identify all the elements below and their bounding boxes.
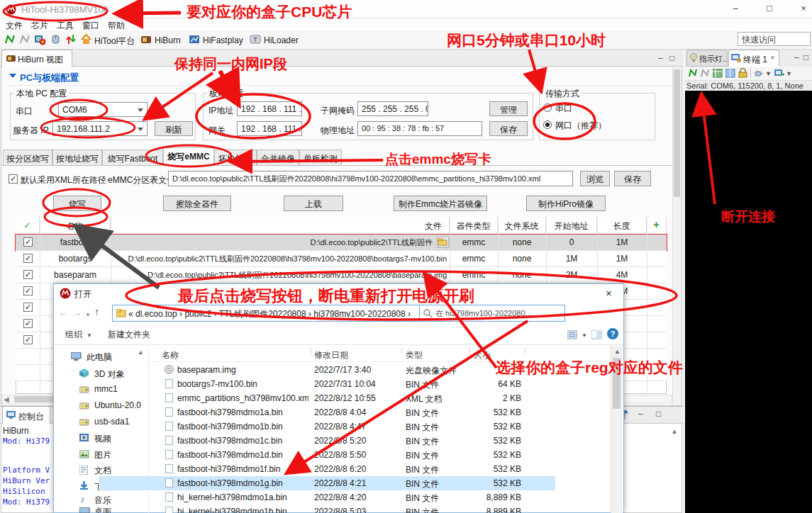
hifastplay-icon[interactable] [189, 34, 200, 45]
panel-maximize-icon[interactable]: □ [656, 409, 661, 419]
row-checkbox[interactable] [23, 270, 33, 279]
board-config-icon[interactable] [34, 33, 46, 45]
terminal-screen[interactable] [685, 91, 812, 513]
chevron-down-icon[interactable]: ▼ [582, 332, 587, 339]
back-icon[interactable]: ← [58, 307, 68, 318]
menu-file[interactable]: 文件 [6, 20, 23, 32]
panel-minimize-icon[interactable]: – [638, 409, 643, 419]
file-row[interactable]: hi_kernel-hi3798mdmo1a.bin 2022/8/8 4:20… [99, 490, 555, 504]
connect-icon[interactable] [4, 34, 16, 45]
tab-burn-emmc[interactable]: 烧写eMMC [163, 147, 214, 166]
hitool-platform-button[interactable]: HiTool平台 [94, 35, 135, 47]
menu-window[interactable]: 窗口 [82, 20, 99, 32]
hiloader-icon[interactable]: T [250, 34, 261, 45]
ip-input[interactable]: 192 . 168 . 111 . 0 [237, 101, 302, 116]
use-xml-path-checkbox[interactable] [9, 174, 18, 184]
breadcrumb[interactable]: « dl.ecoo.top › public2 › TTL线刷固件2022080… [112, 305, 447, 322]
file-row[interactable]: fastboot-hi3798mdmo1a.bin 2022/8/8 4:04 … [99, 405, 555, 419]
table-row[interactable]: fastboot D:\dl.ecoo.top\public2\TTL线刷固件 … [16, 235, 667, 251]
view-minimize-icon[interactable]: – [658, 53, 663, 63]
chevron-down-icon[interactable]: ▼ [85, 312, 91, 318]
scroll-lock-icon[interactable] [738, 68, 747, 78]
help-icon[interactable]: ? [607, 328, 618, 339]
row-checkbox[interactable] [23, 286, 33, 295]
file-row[interactable]: baseparam.img 2022/7/17 3:40 光盘映像文件 [99, 363, 555, 377]
hiburn-icon[interactable] [140, 34, 152, 45]
row-checkbox[interactable] [23, 319, 33, 328]
scroll-up-icon[interactable]: ▲ [614, 348, 621, 355]
hiburn-button[interactable]: HiBurn [155, 35, 181, 45]
partition-table-path-input[interactable]: D:\dl.ecoo.top\public2\TTL线刷固件20220808\h… [168, 171, 573, 186]
chevron-down-icon[interactable]: ▼ [786, 70, 792, 77]
menu-help[interactable]: 帮助 [108, 20, 125, 32]
hiloader-button[interactable]: HiLoader [264, 35, 299, 45]
tab-merge-image[interactable]: 合并镜像 [257, 150, 299, 166]
organize-button[interactable]: 组织 [65, 329, 82, 341]
scrollbar-thumb[interactable] [613, 358, 621, 409]
maximize-button[interactable]: □ [759, 3, 780, 16]
row-checkbox[interactable] [23, 254, 33, 263]
column-type[interactable]: 类型 [406, 349, 423, 361]
save-xml-button[interactable]: 保存 [614, 171, 651, 186]
disconnect-icon[interactable] [19, 34, 30, 45]
file-picker-folder-icon[interactable] [437, 237, 450, 248]
scrollbar-thumb[interactable] [674, 69, 680, 197]
preview-pane-icon[interactable] [591, 330, 602, 339]
menu-chip[interactable]: 芯片 [31, 20, 48, 32]
search-input[interactable]: 在 hi3798mv100-2022080... [419, 305, 565, 322]
row-checkbox[interactable] [23, 237, 33, 247]
add-row-icon[interactable]: + [647, 217, 667, 234]
forward-icon[interactable]: → [72, 307, 82, 318]
scroll-up-icon[interactable]: ▲ [138, 349, 144, 356]
serial-settings-icon[interactable] [755, 69, 764, 78]
scroll-up-icon[interactable]: ▲ [671, 427, 678, 435]
row-checkbox[interactable] [23, 335, 33, 344]
column-name[interactable]: 名称 [162, 349, 179, 361]
panel-maximize-icon[interactable]: □ [803, 52, 808, 62]
browse-button[interactable]: 浏览 [580, 171, 610, 186]
dialog-close-icon[interactable]: × [606, 287, 612, 299]
tab-partition-burn[interactable]: 按分区烧写 [3, 150, 52, 166]
chevron-down-icon[interactable]: ▼ [765, 70, 772, 77]
tab-board-check[interactable]: 单板检测 [299, 150, 342, 166]
clear-terminal-icon[interactable] [713, 69, 723, 78]
row-checkbox[interactable] [23, 303, 33, 312]
serial-combo[interactable]: COM6 [58, 102, 148, 117]
sidebar-item-this-pc[interactable]: 此电脑 [87, 351, 112, 363]
close-tab-icon[interactable]: × [770, 53, 774, 62]
make-hipro-image-button[interactable]: 制作HiPro镜像 [526, 196, 606, 211]
file-row[interactable]: bootargs7-mv100.bin 2022/7/31 10:04 BIN … [99, 377, 555, 391]
gateway-input[interactable]: 192 . 168 . 111 . 1 [237, 121, 302, 136]
file-row-selected[interactable]: fastboot-hi3798mdmo1g.bin 2022/8/8 4:21 … [99, 476, 555, 490]
home-icon[interactable] [80, 33, 92, 45]
panel-minimize-icon[interactable]: – [794, 52, 799, 62]
minimize-button[interactable]: – [725, 3, 746, 16]
section-collapse-icon[interactable] [9, 74, 16, 78]
file-row[interactable]: fastboot-hi3798mdmo1b.bin 2022/8/8 4:47 … [99, 419, 555, 434]
file-row[interactable]: emmc_partitions_hi3798mv100.xml 2022/8/1… [99, 391, 555, 405]
refresh-button[interactable]: 刷新 [155, 121, 193, 136]
mac-input[interactable]: 00 : 95 : 38 : 78 : fb : 57 [357, 121, 482, 136]
quick-access-box[interactable]: 快速访问 [738, 32, 811, 46]
section-header[interactable]: PC与板端配置 [20, 72, 79, 84]
close-button[interactable]: × [793, 3, 812, 16]
up-icon[interactable]: ↑ [94, 306, 99, 317]
network-radio[interactable] [543, 120, 552, 129]
column-date[interactable]: 修改日期 [314, 349, 348, 361]
file-row[interactable]: fastboot-hi3798mdmo1c.bin 2022/8/8 5:20 … [99, 434, 555, 448]
save-board-button[interactable]: 保存 [489, 121, 528, 136]
serial-radio-label[interactable]: 串口 [555, 103, 572, 115]
manage-button[interactable]: 管理 [489, 101, 528, 116]
upload-button[interactable]: 上载 [284, 196, 343, 211]
column-size[interactable]: 大小 [474, 349, 491, 361]
new-terminal-icon[interactable] [774, 68, 784, 78]
columns-icon[interactable] [725, 69, 735, 78]
burn-button[interactable]: 烧写 [53, 196, 101, 211]
make-emmc-image-button[interactable]: 制作Emmc烧片器镜像 [394, 196, 487, 211]
disconnect-icon[interactable] [700, 68, 710, 79]
serial-radio[interactable] [543, 103, 552, 112]
table-row[interactable]: bootargs D:\dl.ecoo.top\public2\TTL线刷固件2… [16, 251, 667, 267]
erase-all-button[interactable]: 擦除全器件 [163, 196, 231, 211]
file-row[interactable]: fastboot-hi3798mdmo1d.bin 2022/8/8 5:50 … [99, 448, 555, 462]
new-folder-button[interactable]: 新建文件夹 [108, 329, 150, 341]
